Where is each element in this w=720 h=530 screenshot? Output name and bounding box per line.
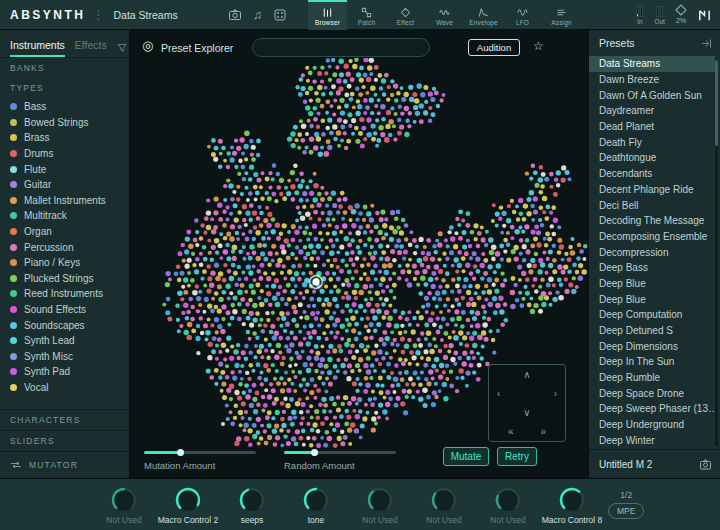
preset-dot[interactable] (386, 110, 391, 115)
preset-dot[interactable] (333, 375, 338, 380)
preset-dot[interactable] (577, 243, 582, 248)
preset-dot[interactable] (194, 218, 198, 222)
preset-dot[interactable] (335, 65, 339, 69)
preset-dot[interactable] (404, 132, 409, 137)
sidebar-type-vocal[interactable]: Vocal (0, 380, 129, 396)
preset-dot[interactable] (347, 112, 352, 117)
preset-dot[interactable] (355, 389, 359, 393)
preset-dot[interactable] (345, 303, 350, 308)
preset-dot[interactable] (379, 217, 384, 222)
nav-down-icon[interactable]: ∨ (523, 408, 530, 418)
preset-dot[interactable] (549, 211, 553, 215)
preset-dot[interactable] (255, 335, 259, 339)
preset-dot[interactable] (568, 245, 573, 250)
preset-dot[interactable] (533, 196, 538, 201)
preset-dot[interactable] (366, 369, 372, 375)
preset-dot[interactable] (188, 243, 193, 248)
preset-dot[interactable] (165, 282, 170, 287)
preset-dot[interactable] (225, 375, 230, 380)
preset-dot[interactable] (428, 91, 433, 96)
preset-dot[interactable] (253, 355, 257, 359)
preset-dot[interactable] (205, 330, 210, 335)
preset-dot[interactable] (317, 323, 321, 327)
preset-dot[interactable] (174, 271, 179, 276)
preset-dot[interactable] (530, 258, 535, 263)
preset-dot[interactable] (404, 358, 408, 362)
preset-dot[interactable] (165, 310, 170, 315)
preset-dot[interactable] (533, 303, 538, 308)
preset-dot[interactable] (417, 258, 423, 264)
preset-dot[interactable] (308, 111, 313, 116)
preset-dot[interactable] (306, 355, 311, 360)
preset-dot[interactable] (375, 383, 379, 387)
preset-dot[interactable] (234, 441, 239, 446)
preset-dot[interactable] (370, 308, 375, 313)
preset-dot[interactable] (241, 271, 245, 275)
preset-dot[interactable] (567, 269, 572, 274)
preset-dot[interactable] (352, 381, 357, 386)
preset-dot[interactable] (404, 344, 410, 350)
preset-dot[interactable] (306, 341, 311, 346)
preset-dot[interactable] (502, 224, 506, 228)
preset-dot[interactable] (431, 364, 436, 369)
preset-dot[interactable] (400, 86, 404, 90)
mutator-toggle[interactable]: MUTATOR (0, 451, 129, 478)
preset-dot[interactable] (287, 136, 292, 141)
preset-dot[interactable] (223, 263, 227, 267)
preset-dot[interactable] (396, 383, 401, 388)
preset-dot[interactable] (348, 350, 353, 355)
preset-dot[interactable] (309, 377, 314, 382)
preset-row[interactable]: Decomposing Ensemble (589, 229, 715, 245)
preset-dot[interactable] (389, 225, 394, 230)
preset-dot[interactable] (390, 330, 394, 334)
preset-dot[interactable] (382, 409, 388, 415)
preset-dot[interactable] (377, 98, 381, 102)
preset-dot[interactable] (363, 137, 367, 141)
preset-dot[interactable] (256, 417, 261, 422)
preset-dot[interactable] (327, 302, 332, 307)
preset-dot[interactable] (530, 309, 535, 314)
preset-dot[interactable] (381, 236, 386, 241)
preset-dot[interactable] (487, 289, 493, 295)
preset-dot[interactable] (538, 218, 542, 222)
preset-dot[interactable] (251, 157, 256, 162)
preset-dot[interactable] (531, 163, 536, 168)
preset-dot[interactable] (257, 243, 262, 248)
preset-dot[interactable] (241, 165, 246, 170)
preset-dot[interactable] (280, 401, 285, 406)
preset-dot[interactable] (309, 124, 314, 129)
preset-dot[interactable] (332, 322, 337, 327)
preset-dot[interactable] (422, 269, 427, 274)
preset-dot[interactable] (318, 231, 322, 235)
preset-dot[interactable] (269, 330, 274, 335)
preset-dot[interactable] (327, 117, 332, 122)
preset-dot[interactable] (558, 295, 564, 301)
preset-dot[interactable] (530, 243, 535, 248)
preset-dot[interactable] (202, 310, 206, 314)
preset-dot[interactable] (232, 256, 237, 261)
preset-dot[interactable] (352, 302, 357, 307)
preset-dot[interactable] (267, 212, 272, 217)
preset-dot[interactable] (226, 256, 231, 261)
preset-dot[interactable] (363, 73, 368, 78)
preset-dot[interactable] (244, 130, 250, 136)
preset-dot[interactable] (347, 269, 352, 274)
preset-dot[interactable] (202, 245, 207, 250)
preset-dot[interactable] (544, 243, 548, 247)
preset-dot[interactable] (545, 216, 550, 221)
preset-dot[interactable] (385, 285, 389, 289)
preset-dot[interactable] (328, 78, 332, 82)
preset-dot[interactable] (206, 225, 211, 230)
preset-dot[interactable] (333, 335, 337, 339)
preset-dot[interactable] (258, 323, 262, 327)
preset-dot[interactable] (321, 303, 325, 307)
preset-dot[interactable] (209, 283, 214, 288)
preset-dot[interactable] (310, 257, 315, 262)
preset-dot[interactable] (278, 336, 283, 341)
tab-effect[interactable]: Effect (386, 0, 425, 30)
preset-dot[interactable] (310, 416, 314, 420)
preset-dot[interactable] (413, 120, 417, 124)
preset-dot[interactable] (384, 73, 389, 78)
sidebar-type-reed-instruments[interactable]: Reed Instruments (0, 286, 129, 302)
preset-dot[interactable] (340, 430, 344, 434)
